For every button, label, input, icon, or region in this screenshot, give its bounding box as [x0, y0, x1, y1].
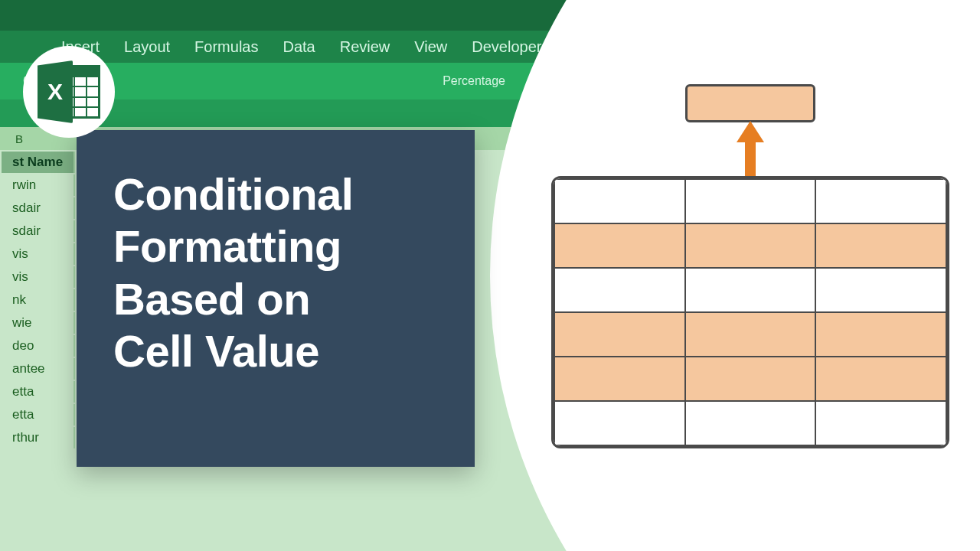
ribbon-tab: View — [414, 38, 447, 56]
excel-logo-badge: X — [23, 46, 115, 138]
cell: vis — [2, 266, 75, 288]
title-line: Conditional — [113, 168, 444, 220]
ribbon-tab: Developer — [472, 38, 541, 56]
title-line: Based on — [113, 273, 444, 325]
excel-book-icon: X — [38, 60, 73, 123]
column-letter: B — [15, 132, 23, 145]
cell: sdair — [2, 197, 75, 219]
cell: nk — [2, 289, 75, 311]
cell: deo — [2, 335, 75, 357]
excel-icon: X — [38, 60, 100, 123]
title-line: Cell Value — [113, 325, 444, 377]
illustration — [551, 84, 949, 452]
cell: antee — [2, 358, 75, 380]
ribbon-tab: Review — [340, 38, 390, 56]
cell: rthur — [2, 427, 75, 448]
ribbon-tab: Data — [283, 38, 315, 56]
cell: wie — [2, 312, 75, 334]
table-header: st Name — [2, 152, 75, 173]
excel-x: X — [47, 79, 63, 105]
cell: sdair — [2, 220, 75, 242]
title-card: Conditional Formatting Based on Cell Val… — [77, 130, 475, 467]
cell: etta — [2, 404, 75, 425]
number-format: Percentage — [443, 74, 505, 88]
cell: etta — [2, 381, 75, 403]
title-line: Formatting — [113, 220, 444, 272]
reference-cell-icon — [685, 84, 815, 122]
ribbon-tab: Formulas — [194, 38, 258, 56]
cell: vis — [2, 243, 75, 265]
ribbon-tab: Layout — [124, 38, 170, 56]
grid-illustration — [551, 176, 949, 448]
cell: rwin — [2, 174, 75, 196]
